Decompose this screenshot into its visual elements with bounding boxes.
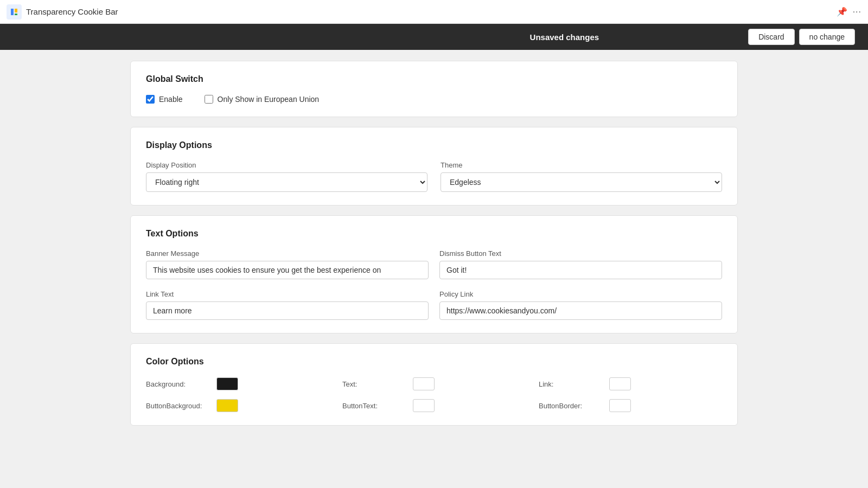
top-bar: Transparency Cookie Bar 📌 ··· bbox=[0, 0, 868, 24]
text-color-swatch[interactable] bbox=[413, 377, 435, 390]
discard-button[interactable]: Discard bbox=[748, 29, 794, 45]
no-change-button[interactable]: no change bbox=[799, 29, 855, 45]
button-background-color-swatch[interactable] bbox=[216, 399, 238, 412]
main-content: Global Switch Enable Only Show in Europe… bbox=[108, 50, 760, 446]
unsaved-actions: Discard no change bbox=[748, 29, 855, 45]
button-border-color-swatch[interactable] bbox=[609, 399, 631, 412]
button-border-color-label: ButtonBorder: bbox=[539, 402, 604, 410]
button-background-color-label: ButtonBackgroud: bbox=[146, 402, 211, 410]
button-text-color-row: ButtonText: bbox=[342, 399, 526, 412]
link-color-swatch[interactable] bbox=[609, 377, 631, 390]
policy-link-label: Policy Link bbox=[439, 290, 722, 298]
enable-checkbox[interactable] bbox=[146, 95, 155, 104]
link-text-field: Link Text bbox=[146, 290, 429, 320]
link-color-row: Link: bbox=[539, 377, 722, 390]
enable-label: Enable bbox=[159, 95, 183, 104]
global-switch-row: Enable Only Show in European Union bbox=[146, 95, 722, 104]
policy-link-input[interactable] bbox=[439, 301, 722, 320]
enable-checkbox-item[interactable]: Enable bbox=[146, 95, 183, 104]
theme-label: Theme bbox=[441, 161, 722, 169]
background-color-label: Background: bbox=[146, 380, 211, 388]
link-color-label: Link: bbox=[539, 380, 604, 388]
color-options-title: Color Options bbox=[146, 357, 722, 367]
unsaved-changes-bar: Unsaved changes Discard no change bbox=[0, 24, 868, 50]
dismiss-button-field: Dismiss Button Text bbox=[439, 249, 722, 279]
top-bar-left: Transparency Cookie Bar bbox=[7, 4, 118, 20]
theme-field-group: Theme Edgeless Classic Modern bbox=[441, 161, 722, 192]
banner-message-input[interactable] bbox=[146, 261, 429, 279]
global-switch-title: Global Switch bbox=[146, 74, 722, 84]
policy-link-field: Policy Link bbox=[439, 290, 722, 320]
svg-rect-0 bbox=[7, 4, 22, 20]
button-text-color-swatch[interactable] bbox=[413, 399, 435, 412]
background-color-row: Background: bbox=[146, 377, 329, 390]
display-options-title: Display Options bbox=[146, 140, 722, 150]
unsaved-changes-title: Unsaved changes bbox=[381, 33, 749, 42]
color-grid: Background: Text: Link: ButtonBackgroud:… bbox=[146, 377, 722, 412]
banner-message-field: Banner Message bbox=[146, 249, 429, 279]
eu-only-label: Only Show in European Union bbox=[218, 95, 320, 104]
text-color-label: Text: bbox=[342, 380, 407, 388]
display-options-card: Display Options Display Position Floatin… bbox=[130, 127, 738, 206]
global-switch-card: Global Switch Enable Only Show in Europe… bbox=[130, 61, 738, 117]
button-border-color-row: ButtonBorder: bbox=[539, 399, 722, 412]
app-title: Transparency Cookie Bar bbox=[26, 7, 118, 16]
background-color-swatch[interactable] bbox=[216, 377, 238, 390]
button-text-color-label: ButtonText: bbox=[342, 402, 407, 410]
button-background-color-row: ButtonBackgroud: bbox=[146, 399, 329, 412]
position-label: Display Position bbox=[146, 161, 427, 169]
dismiss-button-input[interactable] bbox=[439, 261, 722, 279]
link-text-label: Link Text bbox=[146, 290, 429, 298]
banner-message-label: Banner Message bbox=[146, 249, 429, 258]
app-logo-icon bbox=[7, 4, 22, 20]
text-options-grid: Banner Message Dismiss Button Text Link … bbox=[146, 249, 722, 320]
dismiss-button-label: Dismiss Button Text bbox=[439, 249, 722, 258]
position-field-group: Display Position Floating right Floating… bbox=[146, 161, 427, 192]
text-options-title: Text Options bbox=[146, 229, 722, 239]
display-options-grid: Display Position Floating right Floating… bbox=[146, 161, 722, 192]
eu-only-checkbox[interactable] bbox=[205, 95, 213, 104]
eu-only-checkbox-item[interactable]: Only Show in European Union bbox=[205, 95, 320, 104]
pin-icon[interactable]: 📌 bbox=[837, 7, 847, 17]
position-select[interactable]: Floating right Floating left Top bar Bot… bbox=[146, 172, 427, 192]
text-options-card: Text Options Banner Message Dismiss Butt… bbox=[130, 215, 738, 333]
theme-select[interactable]: Edgeless Classic Modern bbox=[441, 172, 722, 192]
top-bar-right: 📌 ··· bbox=[837, 7, 861, 17]
link-text-input[interactable] bbox=[146, 301, 429, 320]
more-icon[interactable]: ··· bbox=[853, 7, 861, 17]
color-options-card: Color Options Background: Text: Link: Bu… bbox=[130, 343, 738, 426]
text-color-row: Text: bbox=[342, 377, 526, 390]
